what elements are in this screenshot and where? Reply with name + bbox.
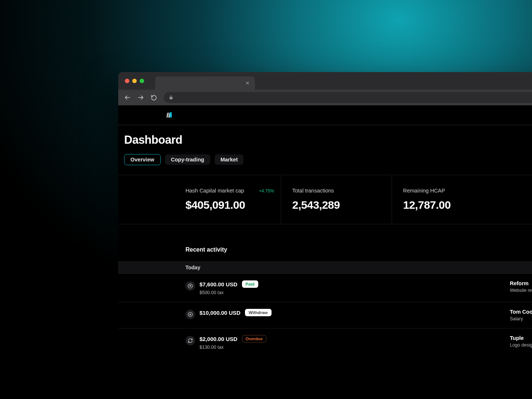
status-badge: Withdraw <box>245 309 272 316</box>
group-label: Today <box>185 265 200 270</box>
activity-tax: $130.00 tax <box>200 345 510 350</box>
close-icon[interactable]: ✕ <box>245 80 250 86</box>
app-logo: # <box>166 110 171 120</box>
activity-party: Reform <box>510 280 532 286</box>
recent-activity-title: Recent activity <box>185 246 532 253</box>
stat-label: Hash Capital market cap <box>185 188 244 194</box>
recent-activity-header: Recent activity <box>118 224 532 262</box>
activity-amount: $2,000.00 USD <box>200 336 238 342</box>
activity-tax: $500.00 tax <box>200 290 510 295</box>
stat-label: Total transactions <box>292 188 334 194</box>
back-button[interactable] <box>124 94 131 101</box>
activity-amount: $7,600.00 USD <box>200 281 238 287</box>
activity-row[interactable]: $10,000.00 USD Withdraw Tom Cook Salary <box>118 302 532 328</box>
stat-delta: +4.75% <box>259 188 274 194</box>
page-title: Dashboard <box>124 133 532 147</box>
activity-description: Website redesign <box>510 288 532 293</box>
status-badge: Overdue <box>242 335 267 342</box>
tab-label: Market <box>221 157 238 163</box>
lock-icon <box>169 95 173 100</box>
view-tabs: Overview Copy-trading Market <box>124 154 532 165</box>
activity-amount: $10,000.00 USD <box>200 310 241 316</box>
url-bar[interactable] <box>164 92 532 103</box>
arrow-down-circle-icon <box>185 310 195 319</box>
tab-label: Overview <box>130 157 154 163</box>
browser-tab[interactable]: ✕ <box>155 76 255 90</box>
tab-copy-trading[interactable]: Copy-trading <box>165 154 210 165</box>
stat-market-cap: Hash Capital market cap +4.75% $405,091.… <box>118 175 281 224</box>
reload-button[interactable] <box>151 95 157 101</box>
tab-market[interactable]: Market <box>215 154 244 165</box>
refresh-icon <box>185 336 195 345</box>
app-header: # <box>118 105 532 125</box>
forward-button[interactable] <box>137 94 144 101</box>
activity-description: Logo design <box>510 342 532 348</box>
stat-label: Remaining HCAP <box>403 188 445 194</box>
app-root: # Dashboard Overview Copy-trading Market… <box>118 105 532 399</box>
activity-party: Tuple <box>510 335 532 341</box>
browser-tab-strip: ✕ <box>118 72 532 90</box>
activity-row[interactable]: $7,600.00 USD Paid $500.00 tax Reform We… <box>118 274 532 302</box>
activity-row[interactable]: $2,000.00 USD Overdue $130.00 tax Tuple … <box>118 328 532 357</box>
stats-row: Hash Capital market cap +4.75% $405,091.… <box>118 175 532 224</box>
stat-value: $405,091.00 <box>185 199 281 211</box>
status-badge: Paid <box>242 280 258 288</box>
window-maximize-button[interactable] <box>140 79 144 83</box>
stat-value: 12,787.00 <box>403 199 510 211</box>
window-controls <box>125 79 144 83</box>
activity-group-header: Today <box>118 262 532 274</box>
activity-party: Tom Cook <box>510 309 532 315</box>
stat-total-transactions: Total transactions 2,543,289 <box>281 175 392 224</box>
arrow-up-circle-icon <box>185 281 195 291</box>
browser-toolbar <box>118 90 532 105</box>
window-minimize-button[interactable] <box>132 79 137 83</box>
stat-value: 2,543,289 <box>292 199 392 211</box>
browser-window: ✕ # Dashboard Overview Copy-trading Ma <box>118 72 532 399</box>
tab-overview[interactable]: Overview <box>124 154 161 165</box>
tab-label: Copy-trading <box>171 157 204 163</box>
activity-description: Salary <box>510 316 532 321</box>
window-close-button[interactable] <box>125 79 129 83</box>
page-body: Dashboard Overview Copy-trading Market <box>118 125 532 165</box>
stat-remaining-hcap: Remaining HCAP 12,787.00 <box>392 175 510 224</box>
